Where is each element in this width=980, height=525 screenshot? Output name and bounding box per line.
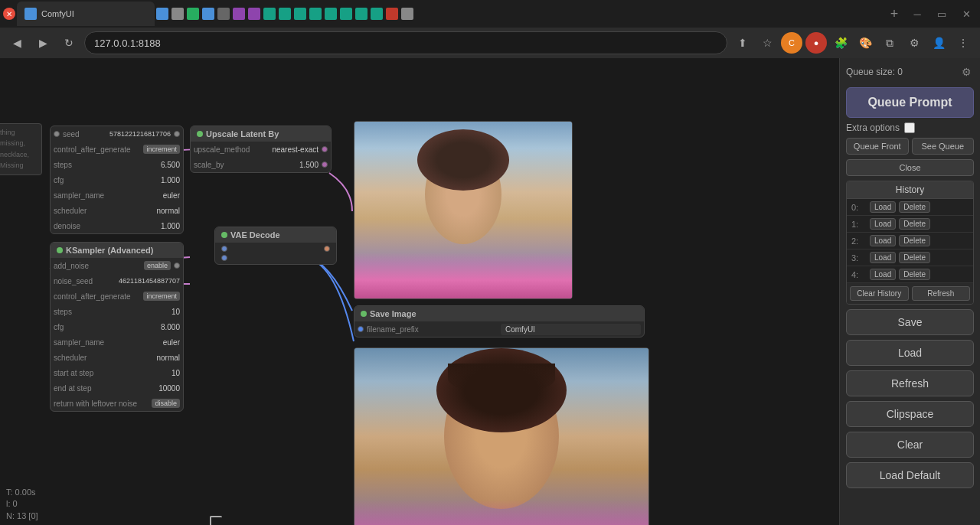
- steps2-row: steps 10: [51, 304, 183, 319]
- address-bar[interactable]: 127.0.0.1:8188: [84, 31, 727, 54]
- favicon-3: [187, 8, 199, 20]
- history-section: History 0: Load Delete 1: Load Delete 2:…: [846, 181, 974, 305]
- favicon-4: [202, 8, 214, 20]
- control-after-row: control_after_generate increment: [51, 142, 183, 157]
- queue-size-label: Queue size: 0: [846, 67, 903, 77]
- history-delete-0[interactable]: Delete: [899, 201, 930, 213]
- history-load-3[interactable]: Load: [870, 252, 896, 263]
- history-num-0: 0:: [851, 203, 867, 212]
- queue-front-button[interactable]: Queue Front: [846, 138, 909, 155]
- line3-status: N: 13 [0]: [6, 510, 38, 522]
- favicon-12: [325, 8, 337, 20]
- save-button[interactable]: Save: [846, 309, 974, 335]
- history-list[interactable]: 0: Load Delete 1: Load Delete 2: Load De…: [847, 199, 973, 283]
- favicon-15: [371, 8, 383, 20]
- scale-by-row: scale_by 1.500: [191, 157, 331, 172]
- history-num-1: 1:: [851, 220, 867, 229]
- extension-icon-3[interactable]: 🧩: [830, 32, 851, 54]
- close-button[interactable]: Close: [846, 159, 974, 176]
- favicon-10: [294, 8, 306, 20]
- menu-icon[interactable]: ⋮: [952, 32, 974, 54]
- portrait-img-1: [354, 122, 572, 298]
- sampler-row: sampler_name euler: [51, 188, 183, 203]
- control-after2-row: control_after_generate increment: [51, 289, 183, 304]
- favicon-1: [156, 8, 168, 20]
- end-at-step-row: end at step 10000: [51, 380, 183, 396]
- profile-icon[interactable]: 👤: [928, 32, 949, 54]
- favicon-14: [355, 8, 368, 20]
- browser-chrome: ✕ ComfyUI + ─ ▭: [0, 0, 980, 58]
- history-load-4[interactable]: Load: [870, 269, 896, 280]
- refresh-history-button[interactable]: Refresh: [912, 286, 971, 301]
- history-delete-4[interactable]: Delete: [899, 269, 930, 280]
- settings-icon[interactable]: ⚙: [903, 32, 925, 54]
- tab-close-button[interactable]: ✕: [3, 8, 15, 20]
- share-icon[interactable]: ⬆: [732, 32, 753, 54]
- history-item-0: 0: Load Delete: [847, 199, 973, 216]
- favicon-16: [386, 8, 398, 20]
- favicon-9: [279, 8, 291, 20]
- maximize-button[interactable]: ▭: [931, 3, 952, 24]
- load-default-button[interactable]: Load Default: [846, 462, 974, 488]
- vae-ports: [215, 243, 336, 264]
- start-at-step-row: start at step 10: [51, 365, 183, 380]
- extension-icon-4[interactable]: 🎨: [854, 32, 876, 54]
- active-tab[interactable]: ComfyUI: [17, 2, 155, 26]
- history-actions: Clear History Refresh: [847, 283, 973, 304]
- forward-button[interactable]: ▶: [32, 32, 54, 54]
- cfg-row: cfg 1.000: [51, 172, 183, 188]
- scheduler2-row: scheduler normal: [51, 350, 183, 365]
- history-delete-2[interactable]: Delete: [899, 235, 930, 246]
- add-noise-row: add_noise enable: [51, 258, 183, 273]
- close-window-button[interactable]: ✕: [956, 3, 977, 24]
- back-button[interactable]: ◀: [6, 32, 28, 54]
- seed-node: seed 5781221216817706 control_after_gene…: [50, 126, 184, 234]
- favicon-2: [172, 8, 184, 20]
- control-after-btn[interactable]: increment: [143, 145, 180, 154]
- extension-icon-1[interactable]: C: [781, 32, 802, 54]
- extension-icon-2[interactable]: ●: [805, 32, 827, 54]
- favicon-5: [217, 8, 230, 20]
- favicon-13: [340, 8, 352, 20]
- bookmark-icon[interactable]: ☆: [756, 32, 778, 54]
- add-noise-btn[interactable]: enable: [144, 261, 171, 270]
- seed-row: seed 5781221216817706: [51, 126, 183, 142]
- queue-prompt-button[interactable]: Queue Prompt: [846, 87, 974, 118]
- window-controls: ─ ▭ ✕: [906, 3, 977, 24]
- ksampler-node: KSampler (Advanced) add_noise enable noi…: [50, 242, 184, 412]
- load-button[interactable]: Load: [846, 340, 974, 366]
- history-delete-1[interactable]: Delete: [899, 218, 930, 230]
- right-panel: Queue size: 0 ⚙ Queue Prompt Extra optio…: [839, 58, 980, 525]
- history-load-1[interactable]: Load: [870, 218, 896, 230]
- gear-button[interactable]: ⚙: [959, 64, 974, 80]
- new-tab-button[interactable]: +: [884, 3, 905, 24]
- history-num-4: 4:: [851, 270, 867, 279]
- history-load-2[interactable]: Load: [870, 235, 896, 246]
- left-sidebar-node: thing missing, necklace, Missing: [0, 123, 42, 175]
- clear-history-button[interactable]: Clear History: [850, 286, 909, 301]
- history-load-0[interactable]: Load: [870, 201, 896, 213]
- upscale-latent-title: Upscale Latent By: [191, 126, 331, 142]
- minimize-button[interactable]: ─: [906, 3, 928, 24]
- reload-button[interactable]: ↻: [58, 32, 80, 54]
- clear-button[interactable]: Clear: [846, 432, 974, 458]
- history-title: History: [847, 181, 973, 199]
- time-status: T: 0.00s: [6, 487, 38, 498]
- upscale-method-row: upscale_method nearest-exact: [191, 142, 331, 157]
- history-delete-3[interactable]: Delete: [899, 252, 930, 263]
- extra-options-label: Extra options: [846, 122, 900, 133]
- control-after2-btn[interactable]: increment: [143, 292, 180, 301]
- save-image-node: Save Image filename_prefix ComfyUI: [354, 305, 645, 338]
- scheduler-row: scheduler normal: [51, 203, 183, 218]
- clipspace-button[interactable]: Clipspace: [846, 401, 974, 427]
- return-with-btn[interactable]: disable: [152, 399, 180, 408]
- canvas-area[interactable]: thing missing, necklace, Missing Upscale…: [0, 58, 839, 525]
- refresh-button[interactable]: Refresh: [846, 370, 974, 396]
- see-queue-button[interactable]: See Queue: [912, 138, 975, 155]
- extensions-button[interactable]: ⧉: [879, 32, 900, 54]
- tab-bar: ✕ ComfyUI + ─ ▭: [0, 0, 980, 28]
- cursor-indicator: [210, 516, 222, 525]
- filename-row: filename_prefix ComfyUI: [354, 321, 644, 337]
- portrait-image-1: [354, 121, 573, 299]
- extra-options-checkbox[interactable]: [904, 122, 915, 133]
